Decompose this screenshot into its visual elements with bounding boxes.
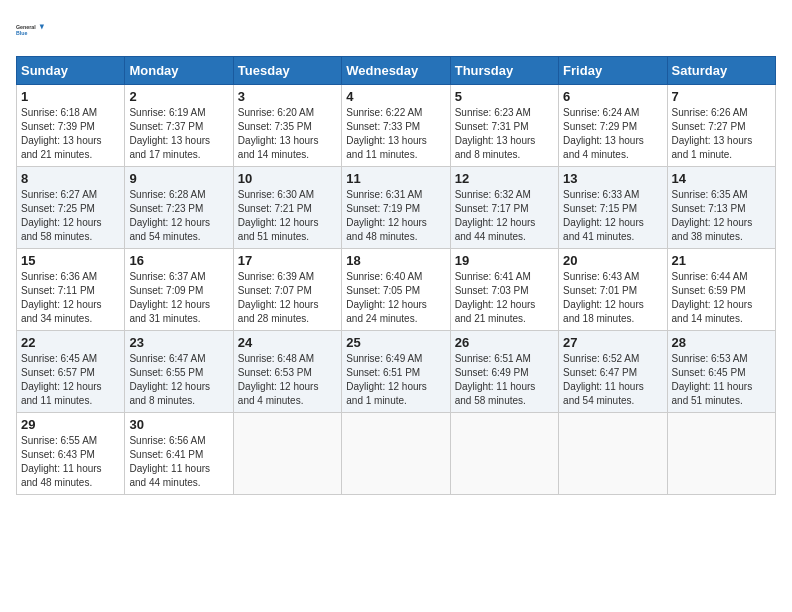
calendar-cell: 5Sunrise: 6:23 AM Sunset: 7:31 PM Daylig… [450,85,558,167]
weekday-monday: Monday [125,57,233,85]
day-info: Sunrise: 6:44 AM Sunset: 6:59 PM Dayligh… [672,270,771,326]
day-info: Sunrise: 6:39 AM Sunset: 7:07 PM Dayligh… [238,270,337,326]
day-number: 27 [563,335,662,350]
weekday-sunday: Sunday [17,57,125,85]
day-info: Sunrise: 6:45 AM Sunset: 6:57 PM Dayligh… [21,352,120,408]
weekday-wednesday: Wednesday [342,57,450,85]
calendar-cell: 9Sunrise: 6:28 AM Sunset: 7:23 PM Daylig… [125,167,233,249]
day-info: Sunrise: 6:52 AM Sunset: 6:47 PM Dayligh… [563,352,662,408]
calendar-cell: 12Sunrise: 6:32 AM Sunset: 7:17 PM Dayli… [450,167,558,249]
calendar-cell: 22Sunrise: 6:45 AM Sunset: 6:57 PM Dayli… [17,331,125,413]
calendar-cell: 23Sunrise: 6:47 AM Sunset: 6:55 PM Dayli… [125,331,233,413]
calendar-week-row: 15Sunrise: 6:36 AM Sunset: 7:11 PM Dayli… [17,249,776,331]
calendar-cell: 20Sunrise: 6:43 AM Sunset: 7:01 PM Dayli… [559,249,667,331]
day-number: 20 [563,253,662,268]
day-info: Sunrise: 6:35 AM Sunset: 7:13 PM Dayligh… [672,188,771,244]
day-info: Sunrise: 6:26 AM Sunset: 7:27 PM Dayligh… [672,106,771,162]
day-number: 30 [129,417,228,432]
day-info: Sunrise: 6:23 AM Sunset: 7:31 PM Dayligh… [455,106,554,162]
weekday-thursday: Thursday [450,57,558,85]
day-number: 11 [346,171,445,186]
calendar-body: 1Sunrise: 6:18 AM Sunset: 7:39 PM Daylig… [17,85,776,495]
day-info: Sunrise: 6:31 AM Sunset: 7:19 PM Dayligh… [346,188,445,244]
day-number: 23 [129,335,228,350]
day-info: Sunrise: 6:43 AM Sunset: 7:01 PM Dayligh… [563,270,662,326]
calendar-week-row: 8Sunrise: 6:27 AM Sunset: 7:25 PM Daylig… [17,167,776,249]
calendar-cell [667,413,775,495]
calendar-week-row: 22Sunrise: 6:45 AM Sunset: 6:57 PM Dayli… [17,331,776,413]
day-info: Sunrise: 6:40 AM Sunset: 7:05 PM Dayligh… [346,270,445,326]
calendar-cell: 14Sunrise: 6:35 AM Sunset: 7:13 PM Dayli… [667,167,775,249]
day-number: 19 [455,253,554,268]
day-number: 10 [238,171,337,186]
calendar-cell [450,413,558,495]
day-info: Sunrise: 6:51 AM Sunset: 6:49 PM Dayligh… [455,352,554,408]
day-info: Sunrise: 6:37 AM Sunset: 7:09 PM Dayligh… [129,270,228,326]
calendar-cell [559,413,667,495]
day-info: Sunrise: 6:33 AM Sunset: 7:15 PM Dayligh… [563,188,662,244]
day-number: 26 [455,335,554,350]
day-number: 1 [21,89,120,104]
svg-text:Blue: Blue [16,30,27,36]
calendar-cell: 11Sunrise: 6:31 AM Sunset: 7:19 PM Dayli… [342,167,450,249]
day-number: 16 [129,253,228,268]
calendar-cell: 1Sunrise: 6:18 AM Sunset: 7:39 PM Daylig… [17,85,125,167]
calendar-cell: 27Sunrise: 6:52 AM Sunset: 6:47 PM Dayli… [559,331,667,413]
day-number: 3 [238,89,337,104]
weekday-header-row: SundayMondayTuesdayWednesdayThursdayFrid… [17,57,776,85]
day-info: Sunrise: 6:49 AM Sunset: 6:51 PM Dayligh… [346,352,445,408]
day-info: Sunrise: 6:41 AM Sunset: 7:03 PM Dayligh… [455,270,554,326]
day-info: Sunrise: 6:18 AM Sunset: 7:39 PM Dayligh… [21,106,120,162]
calendar-cell: 25Sunrise: 6:49 AM Sunset: 6:51 PM Dayli… [342,331,450,413]
day-info: Sunrise: 6:55 AM Sunset: 6:43 PM Dayligh… [21,434,120,490]
day-number: 5 [455,89,554,104]
calendar-cell: 16Sunrise: 6:37 AM Sunset: 7:09 PM Dayli… [125,249,233,331]
day-info: Sunrise: 6:53 AM Sunset: 6:45 PM Dayligh… [672,352,771,408]
calendar-cell: 7Sunrise: 6:26 AM Sunset: 7:27 PM Daylig… [667,85,775,167]
calendar-header: SundayMondayTuesdayWednesdayThursdayFrid… [17,57,776,85]
day-number: 15 [21,253,120,268]
day-info: Sunrise: 6:20 AM Sunset: 7:35 PM Dayligh… [238,106,337,162]
logo: General Blue [16,16,44,44]
day-number: 7 [672,89,771,104]
day-number: 14 [672,171,771,186]
calendar-cell: 28Sunrise: 6:53 AM Sunset: 6:45 PM Dayli… [667,331,775,413]
day-number: 21 [672,253,771,268]
day-number: 13 [563,171,662,186]
day-number: 4 [346,89,445,104]
calendar-cell: 6Sunrise: 6:24 AM Sunset: 7:29 PM Daylig… [559,85,667,167]
calendar-cell: 29Sunrise: 6:55 AM Sunset: 6:43 PM Dayli… [17,413,125,495]
calendar-cell: 15Sunrise: 6:36 AM Sunset: 7:11 PM Dayli… [17,249,125,331]
calendar-cell: 18Sunrise: 6:40 AM Sunset: 7:05 PM Dayli… [342,249,450,331]
day-info: Sunrise: 6:30 AM Sunset: 7:21 PM Dayligh… [238,188,337,244]
logo-icon: General Blue [16,16,44,44]
day-info: Sunrise: 6:32 AM Sunset: 7:17 PM Dayligh… [455,188,554,244]
svg-text:General: General [16,24,36,30]
calendar-cell: 17Sunrise: 6:39 AM Sunset: 7:07 PM Dayli… [233,249,341,331]
svg-marker-2 [40,24,44,29]
calendar-cell: 3Sunrise: 6:20 AM Sunset: 7:35 PM Daylig… [233,85,341,167]
day-info: Sunrise: 6:56 AM Sunset: 6:41 PM Dayligh… [129,434,228,490]
day-info: Sunrise: 6:24 AM Sunset: 7:29 PM Dayligh… [563,106,662,162]
day-number: 24 [238,335,337,350]
weekday-tuesday: Tuesday [233,57,341,85]
day-number: 18 [346,253,445,268]
calendar-cell: 30Sunrise: 6:56 AM Sunset: 6:41 PM Dayli… [125,413,233,495]
day-number: 8 [21,171,120,186]
day-info: Sunrise: 6:22 AM Sunset: 7:33 PM Dayligh… [346,106,445,162]
day-number: 22 [21,335,120,350]
calendar-cell: 4Sunrise: 6:22 AM Sunset: 7:33 PM Daylig… [342,85,450,167]
day-info: Sunrise: 6:47 AM Sunset: 6:55 PM Dayligh… [129,352,228,408]
day-number: 9 [129,171,228,186]
day-number: 17 [238,253,337,268]
calendar-week-row: 29Sunrise: 6:55 AM Sunset: 6:43 PM Dayli… [17,413,776,495]
calendar-cell: 24Sunrise: 6:48 AM Sunset: 6:53 PM Dayli… [233,331,341,413]
day-info: Sunrise: 6:19 AM Sunset: 7:37 PM Dayligh… [129,106,228,162]
calendar-cell: 2Sunrise: 6:19 AM Sunset: 7:37 PM Daylig… [125,85,233,167]
calendar-cell: 19Sunrise: 6:41 AM Sunset: 7:03 PM Dayli… [450,249,558,331]
calendar-week-row: 1Sunrise: 6:18 AM Sunset: 7:39 PM Daylig… [17,85,776,167]
calendar-cell [342,413,450,495]
day-number: 12 [455,171,554,186]
day-number: 25 [346,335,445,350]
calendar-cell: 10Sunrise: 6:30 AM Sunset: 7:21 PM Dayli… [233,167,341,249]
